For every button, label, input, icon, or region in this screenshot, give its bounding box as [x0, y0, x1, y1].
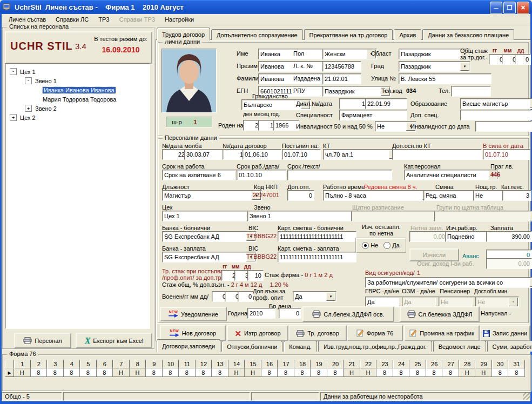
day-value-cell[interactable]: 8: [327, 368, 344, 377]
hired-on-field[interactable]: 01.07.10: [282, 149, 321, 160]
lower-tab[interactable]: Изв.труд,нощ.тр.,офиц.пр.,Гражд.дог.: [318, 341, 432, 352]
day-header-cell[interactable]: 16: [261, 360, 278, 368]
form76-button[interactable]: Форма 76: [347, 325, 403, 341]
tab[interactable]: Трудов договор: [157, 28, 210, 41]
day-header-cell[interactable]: 15: [245, 360, 261, 368]
day-header-cell[interactable]: 11: [179, 360, 196, 368]
education-combo[interactable]: Висше магистър▼: [460, 98, 532, 109]
minimize-button[interactable]: ─: [490, 2, 502, 14]
day-header-cell[interactable]: 22: [360, 360, 377, 368]
tree-item-label[interactable]: Цех 1: [20, 69, 36, 75]
first-name-field[interactable]: Иванка: [258, 49, 327, 59]
tab[interactable]: Прекратяване на тр.договор: [304, 29, 393, 40]
day-header-cell[interactable]: 21: [344, 360, 360, 368]
day-header-cell[interactable]: 4: [64, 360, 80, 368]
tree-item[interactable]: - Цех 1: [5, 67, 150, 76]
sick-account-field[interactable]: 1111111111111111111111: [278, 231, 356, 242]
day-header-cell[interactable]: 8: [130, 360, 146, 368]
day-header-cell[interactable]: 28: [459, 360, 476, 368]
pension-category-field[interactable]: 3: [502, 190, 531, 201]
lower-tab[interactable]: Договори,заповеди: [157, 339, 220, 352]
day-value-cell[interactable]: 8: [442, 368, 459, 377]
tree-item-label[interactable]: Иванка Иванова Иванова: [43, 87, 116, 93]
day-value-cell[interactable]: 8: [31, 368, 48, 377]
day-value-cell[interactable]: Н: [245, 368, 261, 377]
position-combo[interactable]: Магистър▼: [162, 190, 262, 201]
day-value-cell[interactable]: 8: [492, 368, 509, 377]
day-value-cell[interactable]: Н: [475, 368, 492, 377]
tree-item-label[interactable]: Мария Тодорова Тодорова: [43, 96, 116, 103]
rpu-combo[interactable]: Пазарджик▼: [322, 86, 391, 97]
chevron-down-icon[interactable]: ▼: [530, 99, 532, 108]
day-value-cell[interactable]: 8: [376, 368, 393, 377]
day-header-cell[interactable]: 17: [278, 360, 294, 368]
tree-expand-icon[interactable]: +: [10, 114, 17, 121]
day-header-cell[interactable]: 19: [311, 360, 327, 368]
day-header-cell[interactable]: 31: [508, 360, 525, 368]
day-header-cell[interactable]: 14: [228, 360, 245, 368]
day-header-cell[interactable]: 27: [442, 360, 459, 368]
day-header-cell[interactable]: 3: [47, 360, 64, 368]
tree-expand-icon[interactable]: -: [10, 68, 17, 75]
day-header-cell[interactable]: 23: [376, 360, 393, 368]
year-field[interactable]: 2010: [247, 308, 275, 319]
children-count-field[interactable]: 0: [279, 308, 301, 319]
phone-field[interactable]: [451, 86, 491, 97]
day-value-cell[interactable]: Н: [228, 368, 245, 377]
diploma-no-field[interactable]: 1: [339, 98, 367, 109]
diploma-date-field[interactable]: 22.01.99: [365, 98, 407, 109]
day-value-cell[interactable]: Н: [360, 368, 377, 377]
day-header-cell[interactable]: 10: [163, 360, 179, 368]
prof-bonus-combo[interactable]: Да▼: [293, 291, 336, 302]
issued-field[interactable]: 21.02.01: [322, 73, 361, 84]
day-header-cell[interactable]: 6: [97, 360, 113, 368]
tax-note-button[interactable]: Сл.бележка ЗДДФЛ: [400, 306, 480, 322]
save-button[interactable]: Запис данни: [480, 325, 530, 341]
city-combo[interactable]: Пазарджик▼: [399, 61, 470, 72]
contract-no-field[interactable]: 1: [223, 149, 245, 160]
salary-field[interactable]: 390.00: [486, 231, 532, 242]
day-value-cell[interactable]: 8: [80, 368, 97, 377]
day-value-cell[interactable]: 8: [311, 368, 327, 377]
tree-item[interactable]: Мария Тодорова Тодорова: [5, 95, 150, 104]
extra-leave-field[interactable]: 0: [287, 190, 314, 201]
sex-combo[interactable]: Женски▼: [322, 49, 377, 59]
day-value-cell[interactable]: 8: [278, 368, 294, 377]
print-contract-button[interactable]: Тр. договор: [288, 325, 347, 341]
insured-type-combo[interactable]: За работници/служители/ осигурени за вси…: [365, 277, 532, 288]
menu-item[interactable]: Настройки: [160, 15, 199, 24]
day-value-cell[interactable]: 8: [294, 368, 311, 377]
day-value-cell[interactable]: Н: [130, 368, 146, 377]
chevron-down-icon[interactable]: ▼: [530, 278, 532, 287]
tab[interactable]: Допълнително споразумение: [211, 29, 303, 40]
day-value-cell[interactable]: Н: [113, 368, 130, 377]
delete-contract-button[interactable]: ✕ Изтр.договор: [227, 325, 288, 341]
export-excel-button[interactable]: X Експорт към Excel: [76, 333, 152, 348]
work-term-combo[interactable]: Срок на изпитване 6▼: [162, 170, 245, 180]
day-header-cell[interactable]: 1: [14, 360, 31, 368]
application-no-field[interactable]: 22: [162, 149, 187, 160]
military-days[interactable]: 0: [238, 291, 254, 302]
kt-extra-field[interactable]: [392, 149, 482, 160]
tax-note-exempt-button[interactable]: Сл.бележ.ЗДДФЛ осв.: [302, 306, 394, 322]
day-value-cell[interactable]: 8: [409, 368, 426, 377]
day-header-cell[interactable]: 20: [327, 360, 344, 368]
add-specialty-field[interactable]: [460, 110, 532, 120]
id-card-field[interactable]: 123456788: [322, 61, 361, 72]
day-value-cell[interactable]: 8: [196, 368, 212, 377]
personnel-category-combo[interactable]: Аналитични специалисти▼: [404, 170, 499, 180]
street-field[interactable]: В. Левски 55: [399, 73, 491, 84]
radio-yes[interactable]: Да: [383, 242, 400, 249]
close-button[interactable]: ✕: [517, 2, 529, 14]
day-value-cell[interactable]: 8: [146, 368, 163, 377]
disability-until-field[interactable]: [475, 121, 532, 132]
sick-bank-combo[interactable]: SG Експресбанк АД▼: [162, 231, 257, 242]
entry-service-days[interactable]: 10: [247, 270, 264, 281]
lower-tab[interactable]: Ведомост лице: [433, 341, 486, 352]
day-header-cell[interactable]: 30: [492, 360, 509, 368]
salary-bank-combo[interactable]: SG Експресбанк АД▼: [162, 252, 257, 262]
unit-combo[interactable]: Звено 1▼: [247, 211, 361, 221]
day-header-cell[interactable]: 7: [113, 360, 130, 368]
work-time-combo[interactable]: Пълно - 8 часа▼: [323, 190, 433, 201]
lower-tab[interactable]: Суми, заработка: [487, 341, 532, 352]
